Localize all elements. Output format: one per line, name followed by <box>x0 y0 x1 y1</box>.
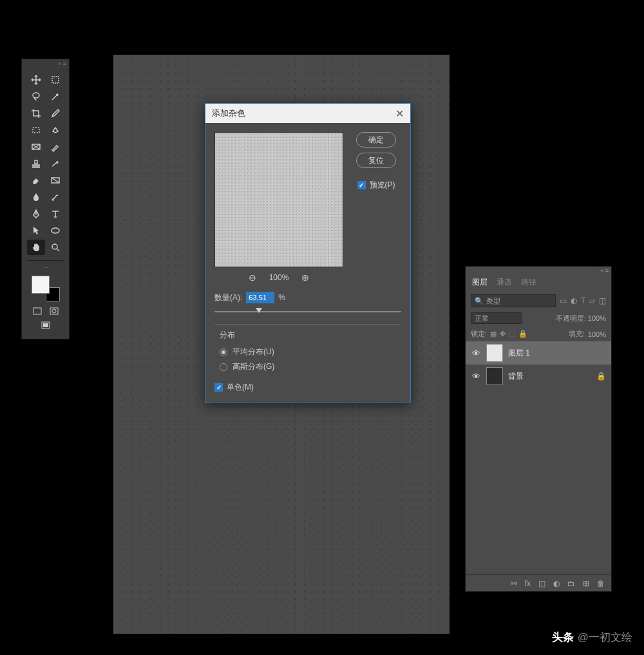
group-icon[interactable]: 🗀 <box>567 579 575 588</box>
layers-tabs: 图层 通道 路径 <box>466 274 611 292</box>
type-tool-icon[interactable] <box>46 206 64 222</box>
svg-point-9 <box>52 309 56 313</box>
eraser-tool-icon[interactable] <box>27 173 45 188</box>
brush-tool-icon[interactable] <box>46 139 64 155</box>
blend-mode-value: 正常 <box>475 314 489 323</box>
marquee-tool-icon[interactable] <box>27 122 45 138</box>
crop-tool-icon[interactable] <box>27 106 45 121</box>
history-brush-icon[interactable] <box>46 156 64 171</box>
tool-grid <box>22 68 69 258</box>
watermark: 头条 @一初文绘 <box>552 630 632 645</box>
link-layers-icon[interactable]: ⚯ <box>511 579 517 588</box>
lock-icon: 🔒 <box>596 372 606 381</box>
lock-artboard-icon[interactable]: ⬚ <box>509 330 515 338</box>
opacity-label: 不透明度: <box>556 314 586 322</box>
screen-mode-icon[interactable] <box>41 321 51 330</box>
svg-point-6 <box>52 244 57 249</box>
stamp-tool-icon[interactable] <box>27 156 45 171</box>
blur-tool-icon[interactable] <box>27 189 45 205</box>
eyedropper-tool-icon[interactable] <box>46 106 64 121</box>
filter-type-icon[interactable]: T <box>581 296 585 305</box>
svg-rect-11 <box>43 323 48 327</box>
visibility-icon[interactable]: 👁 <box>471 348 481 358</box>
uniform-radio[interactable] <box>220 348 227 356</box>
lock-position-icon[interactable]: ✥ <box>500 330 506 338</box>
layers-panel-header: « ≡ <box>466 267 611 274</box>
dialog-buttons: 确定 复位 ✓ 预览(P) <box>351 132 401 283</box>
slider-thumb[interactable] <box>256 308 262 313</box>
tab-layers[interactable]: 图层 <box>472 277 488 288</box>
layer-filter-input[interactable]: 🔍 类型 <box>471 294 556 307</box>
noise-preview[interactable] <box>214 132 343 267</box>
mask-icon[interactable]: ◫ <box>538 579 545 588</box>
frame-tool-icon[interactable] <box>27 139 45 155</box>
wand-tool-icon[interactable] <box>46 89 64 104</box>
zoom-out-icon[interactable]: ⊖ <box>249 272 256 283</box>
foreground-color-swatch[interactable] <box>32 276 50 294</box>
svg-rect-2 <box>33 128 39 133</box>
preview-checkbox-row[interactable]: ✓ 预览(P) <box>357 180 395 191</box>
filter-smart-icon[interactable]: ◫ <box>599 296 606 305</box>
preview-checkbox[interactable]: ✓ <box>357 181 366 189</box>
gaussian-radio[interactable] <box>220 363 227 371</box>
gaussian-radio-label: 高斯分布(G) <box>232 361 274 372</box>
lasso-tool-icon[interactable] <box>27 89 45 104</box>
gradient-tool-icon[interactable] <box>46 173 64 188</box>
preview-checkbox-label: 预览(P) <box>370 180 395 191</box>
svg-point-5 <box>52 228 59 233</box>
lock-all-icon[interactable]: 🔒 <box>518 330 527 338</box>
slider-track <box>214 311 401 312</box>
fx-icon[interactable]: fx <box>525 579 531 588</box>
adjustment-icon[interactable]: ◐ <box>553 579 560 588</box>
move-tool-icon[interactable] <box>27 72 45 88</box>
fill-value[interactable]: 100% <box>588 330 606 338</box>
heal-tool-icon[interactable] <box>46 122 64 138</box>
artboard-tool-icon[interactable] <box>46 72 64 88</box>
zoom-tool-icon[interactable] <box>46 240 64 255</box>
path-select-tool-icon[interactable] <box>27 223 45 238</box>
quickmask-mode-icon[interactable] <box>49 307 59 316</box>
tab-paths[interactable]: 路径 <box>521 277 536 288</box>
amount-slider[interactable] <box>214 307 401 316</box>
tab-channels[interactable]: 通道 <box>497 277 512 288</box>
smudge-tool-icon[interactable] <box>46 189 64 205</box>
visibility-icon[interactable]: 👁 <box>471 372 481 381</box>
ok-button[interactable]: 确定 <box>356 132 396 147</box>
layer-name[interactable]: 背景 <box>508 371 591 382</box>
trash-icon[interactable]: 🗑 <box>597 579 605 588</box>
mono-checkbox[interactable]: ✓ <box>214 383 223 392</box>
close-icon[interactable]: ✕ <box>395 108 404 120</box>
layer-item[interactable]: 👁 图层 1 <box>466 341 611 365</box>
hand-tool-icon[interactable] <box>27 240 45 255</box>
gaussian-radio-row[interactable]: 高斯分布(G) <box>214 359 401 374</box>
zoom-in-icon[interactable]: ⊕ <box>301 272 309 283</box>
new-layer-icon[interactable]: ⊞ <box>583 579 589 588</box>
dialog-titlebar[interactable]: 添加杂色 ✕ <box>205 104 410 123</box>
layers-panel: « ≡ 图层 通道 路径 🔍 类型 ▭ ◐ T ▱ ◫ 正常 不透明度: 100… <box>465 266 612 592</box>
color-swatches[interactable] <box>32 276 60 301</box>
dialog-title: 添加杂色 <box>212 108 245 119</box>
blend-mode-select[interactable]: 正常 <box>471 312 522 324</box>
uniform-radio-row[interactable]: 平均分布(U) <box>214 345 401 359</box>
layers-list: 👁 图层 1 👁 背景 🔒 <box>466 341 611 574</box>
layer-name[interactable]: 图层 1 <box>508 348 606 359</box>
amount-input[interactable] <box>246 292 274 303</box>
ellipse-tool-icon[interactable] <box>46 223 64 238</box>
reset-button[interactable]: 复位 <box>356 153 396 168</box>
lock-pixels-icon[interactable]: ▦ <box>490 330 497 338</box>
layer-thumbnail[interactable] <box>486 367 503 385</box>
zoom-value: 100% <box>269 273 289 282</box>
layer-thumbnail[interactable] <box>486 344 503 362</box>
toolbox-separator <box>27 260 64 261</box>
filter-image-icon[interactable]: ▭ <box>560 296 567 305</box>
opacity-value[interactable]: 100% <box>588 314 606 322</box>
layer-item[interactable]: 👁 背景 🔒 <box>466 365 611 388</box>
standard-mode-icon[interactable] <box>32 307 43 316</box>
screen-mode-row <box>22 318 69 332</box>
mono-checkbox-row[interactable]: ✓ 单色(M) <box>214 382 401 393</box>
lock-label: 锁定: <box>471 329 487 339</box>
pen-tool-icon[interactable] <box>27 206 45 222</box>
filter-adjust-icon[interactable]: ◐ <box>571 296 577 305</box>
filter-shape-icon[interactable]: ▱ <box>589 296 595 305</box>
blend-row: 正常 不透明度: 100% <box>466 310 611 327</box>
